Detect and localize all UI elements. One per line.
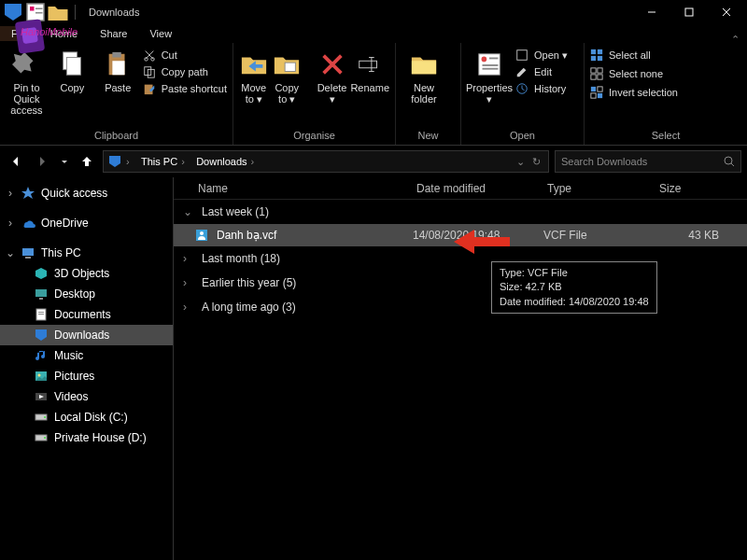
tab-share[interactable]: Share: [89, 26, 138, 41]
svg-point-18: [482, 57, 487, 63]
sb-onedrive[interactable]: ›OneDrive: [0, 213, 173, 233]
history-button[interactable]: History: [515, 82, 568, 95]
clipboard-group-label: Clipboard: [6, 128, 227, 145]
svg-rect-24: [591, 49, 596, 54]
svg-rect-27: [598, 56, 602, 61]
copyto-label: Copy to ▾: [272, 82, 301, 105]
sb-private-house-d[interactable]: Private House (D:): [0, 427, 173, 448]
edit-button[interactable]: Edit: [515, 65, 568, 78]
close-button[interactable]: [708, 0, 745, 24]
delete-label: Delete ▾: [317, 82, 347, 105]
copy-to-button[interactable]: Copy to ▾: [272, 47, 301, 105]
sb-music[interactable]: Music: [0, 345, 173, 366]
paste-button[interactable]: Paste: [97, 47, 139, 93]
moveto-label: Move to ▾: [239, 82, 268, 105]
ribbon: Pin to Quick access Copy Paste Cut Copy …: [0, 43, 747, 146]
back-button[interactable]: [6, 151, 26, 172]
select-all-button[interactable]: Select all: [590, 49, 678, 62]
properties-button[interactable]: Properties ▾: [467, 47, 512, 105]
svg-rect-4: [685, 8, 693, 16]
sb-videos[interactable]: Videos: [0, 386, 173, 407]
sb-this-pc[interactable]: ⌄This PC: [0, 243, 173, 263]
invert-selection-button[interactable]: Invert selection: [590, 86, 678, 99]
organise-group-label: Organise: [239, 128, 389, 145]
tab-view[interactable]: View: [138, 26, 183, 41]
svg-rect-37: [22, 248, 34, 256]
rename-button[interactable]: Rename: [350, 47, 389, 93]
svg-point-52: [200, 231, 204, 235]
svg-rect-1: [30, 7, 35, 11]
move-to-button[interactable]: Move to ▾: [239, 47, 268, 105]
newfolder-label: New folder: [402, 82, 446, 105]
sb-pictures[interactable]: Pictures: [0, 366, 173, 386]
file-size: 43 KB: [655, 229, 747, 242]
window-title: Downloads: [89, 7, 139, 18]
copy-button[interactable]: Copy: [51, 47, 93, 93]
sb-downloads[interactable]: Downloads: [0, 325, 173, 345]
col-date[interactable]: Date modified: [416, 182, 547, 195]
addr-dropdown-icon[interactable]: ⌄: [516, 156, 525, 168]
watermark-text: HanoiMobile: [21, 26, 78, 37]
svg-point-48: [44, 416, 46, 418]
svg-rect-9: [113, 61, 125, 75]
breadcrumb-downloads[interactable]: Downloads: [196, 156, 247, 167]
select-group-label: Select: [590, 128, 741, 145]
refresh-icon[interactable]: ↻: [532, 156, 541, 168]
cut-button[interactable]: Cut: [143, 49, 227, 62]
paste-label: Paste: [105, 82, 131, 93]
ribbon-collapse-icon[interactable]: ⌃: [731, 34, 740, 46]
open-button[interactable]: Open ▾: [515, 49, 568, 62]
file-name: Danh bạ.vcf: [217, 229, 413, 242]
col-type[interactable]: Type: [547, 182, 659, 195]
qat-down-icon[interactable]: [2, 2, 24, 22]
sidebar: ›Quick access ›OneDrive ⌄This PC 3D Obje…: [0, 177, 174, 560]
svg-rect-33: [598, 87, 602, 91]
sb-quick-access[interactable]: ›Quick access: [0, 183, 173, 203]
svg-rect-38: [25, 257, 31, 259]
select-none-button[interactable]: Select none: [590, 67, 678, 80]
file-tooltip: Type: VCF File Size: 42.7 KB Date modifi…: [491, 261, 657, 314]
sb-documents[interactable]: Documents: [0, 304, 173, 325]
pin-quick-access-button[interactable]: Pin to Quick access: [6, 47, 48, 116]
group-long-ago[interactable]: ›A long time ago (3): [174, 295, 747, 319]
svg-rect-8: [113, 52, 121, 58]
maximize-button[interactable]: [670, 0, 708, 24]
new-folder-button[interactable]: New folder: [402, 47, 446, 105]
red-arrow-annotation: [454, 228, 510, 256]
sb-3d-objects[interactable]: 3D Objects: [0, 263, 173, 284]
col-size[interactable]: Size: [659, 182, 747, 195]
paste-shortcut-button[interactable]: Paste shortcut: [143, 82, 227, 95]
qat-folder-icon[interactable]: [47, 2, 69, 22]
col-name[interactable]: Name: [198, 182, 416, 195]
search-placeholder: Search Downloads: [561, 156, 647, 167]
group-last-week[interactable]: ⌄Last week (1): [174, 200, 747, 224]
svg-rect-19: [489, 58, 498, 60]
pin-label: Pin to Quick access: [6, 82, 48, 116]
svg-rect-30: [591, 75, 596, 79]
svg-rect-43: [38, 314, 44, 315]
copy-path-button[interactable]: Copy path: [143, 65, 227, 78]
svg-point-50: [44, 437, 46, 439]
breadcrumb-thispc[interactable]: This PC: [141, 156, 177, 167]
search-box[interactable]: Search Downloads: [555, 150, 741, 173]
svg-rect-21: [483, 68, 499, 70]
svg-rect-25: [598, 49, 602, 54]
delete-button[interactable]: Delete ▾: [317, 47, 347, 105]
recent-dropdown[interactable]: [58, 151, 71, 172]
svg-rect-29: [598, 68, 602, 73]
forward-button[interactable]: [32, 151, 52, 172]
svg-rect-20: [483, 64, 499, 66]
up-button[interactable]: [77, 151, 97, 172]
svg-rect-15: [285, 63, 295, 71]
svg-rect-26: [591, 56, 596, 61]
svg-point-45: [38, 374, 41, 377]
svg-rect-3: [35, 12, 43, 14]
down-arrow-icon: [107, 154, 122, 169]
nav-bar: › This PC › Downloads › ⌄ ↻ Search Downl…: [0, 146, 747, 177]
minimize-button[interactable]: [633, 0, 670, 24]
chevron-right-icon: ›: [251, 156, 262, 167]
sb-desktop[interactable]: Desktop: [0, 284, 173, 304]
sb-local-disk-c[interactable]: Local Disk (C:): [0, 407, 173, 427]
group-earlier-year[interactable]: ›Earlier this year (5): [174, 271, 747, 295]
address-bar[interactable]: › This PC › Downloads › ⌄ ↻: [103, 150, 549, 173]
